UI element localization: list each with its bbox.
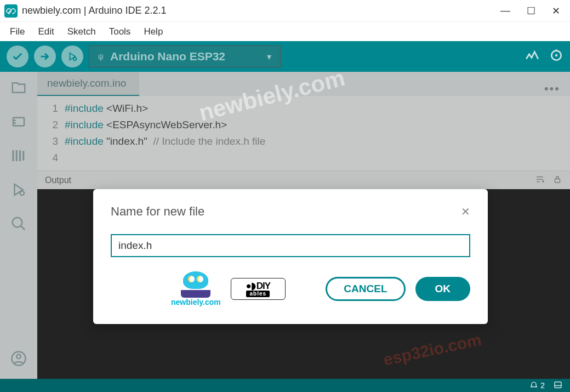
arduino-app-icon (4, 4, 18, 18)
account-icon[interactable] (10, 350, 27, 369)
upload-button[interactable] (34, 46, 56, 67)
menu-edit[interactable]: Edit (32, 24, 59, 39)
menu-tools[interactable]: Tools (104, 24, 136, 39)
close-icon[interactable]: ✕ (552, 5, 560, 17)
diyables-logo: DIY ables (231, 278, 286, 300)
line-gutter: 1234 (37, 96, 65, 171)
serial-plotter-icon[interactable] (525, 48, 539, 65)
statusbar: 2 (0, 379, 570, 392)
verify-button[interactable] (7, 46, 29, 67)
serial-monitor-icon[interactable] (549, 48, 563, 65)
tabbar: newbiely.com.ino ••• (37, 72, 570, 96)
svg-rect-8 (555, 179, 560, 183)
debug-panel-icon[interactable] (10, 181, 27, 200)
output-clear-icon[interactable] (535, 174, 545, 186)
usb-icon: ψ (98, 52, 104, 61)
chevron-down-icon: ▾ (267, 52, 271, 62)
board-selector[interactable]: ψ Arduino Nano ESP32 ▾ (89, 46, 281, 67)
library-manager-icon[interactable] (10, 147, 27, 166)
debug-button[interactable] (61, 46, 83, 67)
minimize-icon[interactable]: — (500, 5, 510, 17)
output-bar: Output (37, 171, 570, 189)
dialog-close-icon[interactable]: ✕ (461, 205, 470, 218)
tab-active[interactable]: newbiely.com.ino (37, 72, 139, 96)
svg-point-2 (555, 54, 557, 56)
maximize-icon[interactable]: ☐ (527, 5, 535, 17)
cancel-button[interactable]: CANCEL (326, 277, 405, 301)
menu-sketch[interactable]: Sketch (62, 24, 101, 39)
dialog-title: Name for new file (111, 204, 204, 219)
svg-rect-3 (13, 118, 24, 126)
output-label: Output (45, 175, 71, 185)
titlebar: newbiely.com | Arduino IDE 2.2.1 — ☐ ✕ (0, 0, 570, 22)
sidebar (0, 72, 37, 379)
svg-rect-9 (555, 382, 561, 388)
search-icon[interactable] (10, 215, 27, 234)
output-lock-icon[interactable] (552, 174, 562, 186)
sketchbook-icon[interactable] (10, 79, 27, 98)
svg-point-5 (13, 218, 22, 228)
new-file-dialog: Name for new file ✕ newbiely.com DIY abl… (93, 189, 488, 324)
board-name: Arduino Nano ESP32 (110, 50, 225, 63)
code-editor[interactable]: 1234 #include <WiFi.h> #include <ESPAsyn… (37, 96, 570, 171)
boards-manager-icon[interactable] (10, 113, 27, 132)
svg-point-0 (73, 58, 77, 61)
window-title: newbiely.com | Arduino IDE 2.2.1 (22, 5, 166, 16)
toolbar: ψ Arduino Nano ESP32 ▾ (0, 41, 570, 72)
notification-icon[interactable]: 2 (529, 381, 545, 390)
menu-help[interactable]: Help (138, 24, 168, 39)
filename-input[interactable] (111, 234, 470, 257)
menubar: File Edit Sketch Tools Help (0, 22, 570, 41)
menu-file[interactable]: File (4, 24, 30, 39)
tab-more-icon[interactable]: ••• (534, 82, 570, 96)
newbiely-logo: newbiely.com (171, 271, 221, 306)
ok-button[interactable]: OK (415, 277, 471, 301)
svg-point-4 (20, 191, 25, 196)
svg-point-7 (16, 355, 21, 359)
panel-toggle-icon[interactable] (554, 380, 562, 391)
